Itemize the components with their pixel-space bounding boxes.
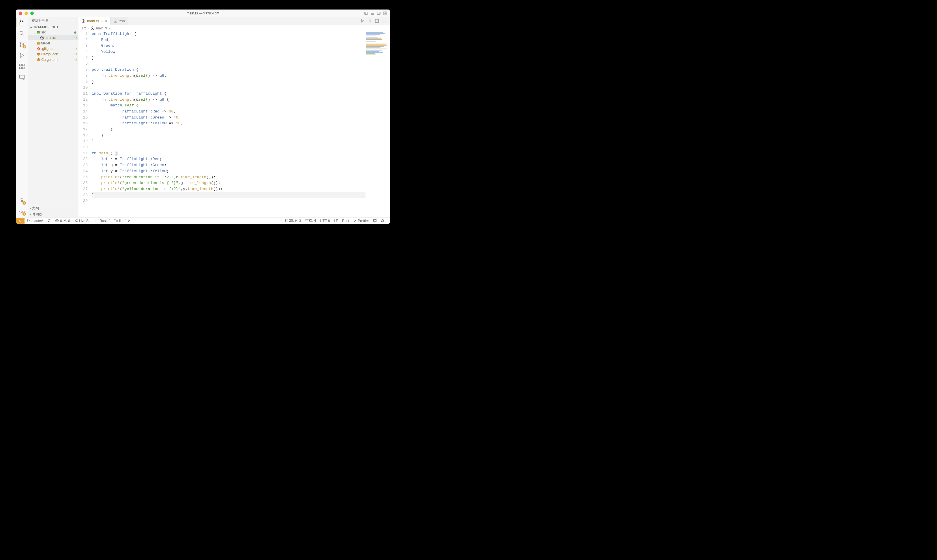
code-line[interactable]: Red, bbox=[92, 37, 365, 43]
editor-tab[interactable]: zsh bbox=[111, 17, 128, 25]
split-editor-icon[interactable] bbox=[375, 19, 379, 23]
line-number[interactable]: 9 bbox=[79, 79, 88, 85]
code-line[interactable]: } bbox=[92, 133, 365, 139]
eol[interactable]: LF bbox=[332, 219, 340, 223]
crumb-file[interactable]: main.rs bbox=[96, 26, 107, 30]
code-line[interactable]: Yellow, bbox=[92, 49, 365, 55]
chevron-down-icon[interactable]: ⌄ bbox=[32, 30, 37, 34]
code-line[interactable]: let y = TrafficLight::Yellow; bbox=[92, 168, 365, 174]
code-line[interactable]: impl Duration for TrafficLight { bbox=[92, 91, 365, 97]
line-number[interactable]: 25 bbox=[79, 174, 88, 180]
line-number[interactable]: 16 bbox=[79, 120, 88, 126]
timeline-section[interactable]: ›时间线 bbox=[28, 211, 79, 217]
line-number[interactable]: 24 bbox=[79, 168, 88, 174]
source-control-tab[interactable]: 4 bbox=[18, 41, 25, 48]
chevron-right-icon[interactable]: › bbox=[32, 41, 37, 45]
code-line[interactable]: fn time_length(&self) -> u8 { bbox=[92, 97, 365, 103]
encoding[interactable]: UTF-8 bbox=[318, 219, 332, 223]
code-line[interactable]: } bbox=[92, 79, 365, 85]
run-icon[interactable] bbox=[360, 19, 365, 23]
code-line[interactable]: TrafficLight::Red => 30, bbox=[92, 109, 365, 115]
compare-icon[interactable] bbox=[368, 19, 372, 23]
code-line[interactable]: println!("green duration is {:?}",g.time… bbox=[92, 180, 365, 186]
code-line[interactable]: println!("red duration is {:?}",r.time_l… bbox=[92, 174, 365, 180]
line-number[interactable]: 14 bbox=[79, 109, 88, 115]
minimap[interactable] bbox=[365, 31, 390, 217]
line-gutter[interactable]: 1234567891011121314151617181920212223242… bbox=[79, 31, 92, 217]
line-number[interactable]: 12 bbox=[79, 97, 88, 103]
code-line[interactable] bbox=[92, 145, 365, 151]
line-number[interactable]: 26 bbox=[79, 180, 88, 186]
live-share[interactable]: Live Share bbox=[72, 219, 97, 223]
code-editor[interactable]: 1234567891011121314151617181920212223242… bbox=[79, 31, 390, 217]
breadcrumb[interactable]: src › main.rs › ... bbox=[79, 25, 390, 31]
code-line[interactable]: Green, bbox=[92, 43, 365, 49]
line-number[interactable]: 27 bbox=[79, 186, 88, 192]
code-line[interactable]: fn main() { bbox=[92, 151, 365, 157]
code-line[interactable]: let g = TrafficLight::Green; bbox=[92, 162, 365, 168]
settings-tab[interactable]: 1 bbox=[18, 208, 25, 215]
code-line[interactable]: match self { bbox=[92, 103, 365, 109]
search-tab[interactable] bbox=[18, 30, 25, 37]
code-line[interactable]: TrafficLight::Yellow => 10, bbox=[92, 120, 365, 126]
line-number[interactable]: 22 bbox=[79, 156, 88, 162]
code-line[interactable]: TrafficLight::Green => 40, bbox=[92, 115, 365, 121]
code-line[interactable] bbox=[92, 85, 365, 91]
cursor-position[interactable]: 行 28, 列 2 bbox=[283, 218, 303, 223]
code-line[interactable] bbox=[92, 198, 365, 204]
remote-indicator[interactable] bbox=[16, 218, 25, 224]
run-debug-tab[interactable] bbox=[18, 52, 25, 59]
line-number[interactable]: 19 bbox=[79, 138, 88, 145]
tree-file[interactable]: .gitignoreU bbox=[28, 46, 79, 51]
line-number[interactable]: 23 bbox=[79, 162, 88, 168]
line-number[interactable]: 7 bbox=[79, 67, 88, 73]
line-number[interactable]: 13 bbox=[79, 103, 88, 109]
line-number[interactable]: 4 bbox=[79, 49, 88, 55]
crumb-symbol[interactable]: ... bbox=[111, 26, 114, 30]
feedback-icon[interactable] bbox=[371, 219, 379, 223]
titlebar[interactable]: main.rs — traffic-light bbox=[16, 9, 390, 17]
workspace-root[interactable]: ⌄ TRAFFIC-LIGHT bbox=[28, 25, 79, 29]
close-tab-icon[interactable]: × bbox=[105, 19, 107, 23]
tree-folder[interactable]: ⌄src● bbox=[28, 29, 79, 35]
code-line[interactable]: fn time_length(&self) -> u8; bbox=[92, 73, 365, 79]
crumb-folder[interactable]: src bbox=[82, 26, 86, 30]
code-line[interactable]: let r = TrafficLight::Red; bbox=[92, 156, 365, 162]
line-number[interactable]: 18 bbox=[79, 133, 88, 139]
extensions-tab[interactable] bbox=[18, 63, 25, 70]
code-line[interactable]: } bbox=[92, 55, 365, 61]
code-line[interactable]: enum TrafficLight { bbox=[92, 31, 365, 37]
line-number[interactable]: 5 bbox=[79, 55, 88, 61]
tree-folder[interactable]: ›target bbox=[28, 40, 79, 46]
line-number[interactable]: 2 bbox=[79, 37, 88, 43]
line-number[interactable]: 20 bbox=[79, 145, 88, 151]
accounts-tab[interactable]: 1 bbox=[18, 197, 25, 204]
explorer-tab[interactable] bbox=[18, 19, 25, 26]
sync-button[interactable] bbox=[45, 219, 53, 223]
line-number[interactable]: 17 bbox=[79, 126, 88, 133]
line-number[interactable]: 29 bbox=[79, 198, 88, 204]
code-line[interactable]: println!("yellow duration is {:?}",y.tim… bbox=[92, 186, 365, 192]
more-actions-icon[interactable]: ··· bbox=[382, 19, 387, 23]
problems[interactable]: 0 0 bbox=[53, 219, 72, 223]
code-content[interactable]: enum TrafficLight { Red, Green, Yellow,}… bbox=[92, 31, 365, 217]
code-line[interactable]: } bbox=[92, 138, 365, 145]
outline-section[interactable]: ›大纲 bbox=[28, 205, 79, 211]
line-number[interactable]: 10 bbox=[79, 85, 88, 91]
tree-file[interactable]: main.rsU bbox=[28, 35, 79, 40]
remote-tab[interactable] bbox=[18, 74, 25, 81]
tree-file[interactable]: Cargo.lockU bbox=[28, 51, 79, 57]
indentation[interactable]: 空格: 4 bbox=[303, 218, 318, 223]
git-branch[interactable]: master* bbox=[25, 219, 45, 223]
code-line[interactable]: } bbox=[92, 126, 365, 133]
line-number[interactable]: 3 bbox=[79, 43, 88, 49]
line-number[interactable]: 28 bbox=[79, 192, 88, 198]
more-icon[interactable]: ··· bbox=[70, 19, 75, 23]
code-line[interactable]: } bbox=[92, 192, 365, 198]
code-line[interactable] bbox=[92, 61, 365, 67]
formatter[interactable]: Prettier bbox=[351, 219, 371, 223]
line-number[interactable]: 11 bbox=[79, 91, 88, 97]
tree-file[interactable]: Cargo.tomlU bbox=[28, 57, 79, 62]
editor-tab[interactable]: main.rsU× bbox=[79, 17, 111, 25]
line-number[interactable]: 1 bbox=[79, 31, 88, 37]
